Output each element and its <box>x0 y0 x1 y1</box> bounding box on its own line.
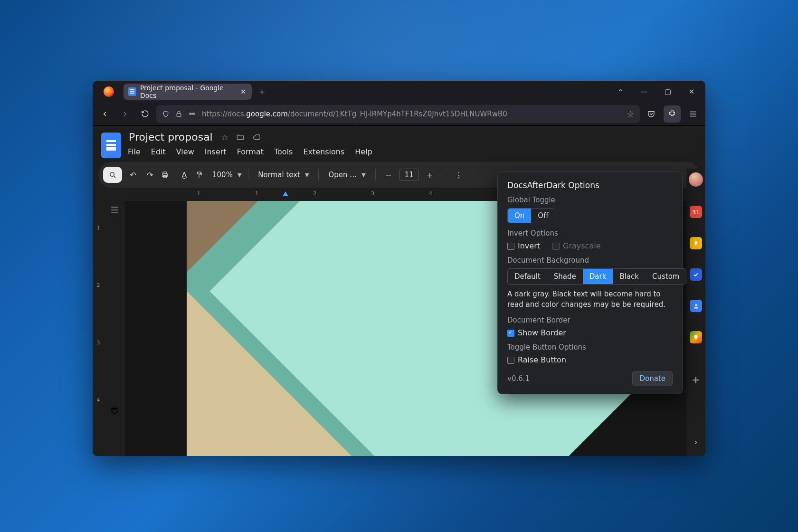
raise-button-checkbox[interactable]: Raise Button <box>507 355 566 364</box>
menu-edit[interactable]: Edit <box>151 147 166 156</box>
side-panel-collapse-icon[interactable]: › <box>694 437 697 446</box>
docs-app: Project proposal ☆ File Edit View Insert… <box>93 126 705 456</box>
permissions-icon <box>188 110 196 118</box>
redo-icon[interactable]: ↷ <box>144 171 156 180</box>
toolbar-more-icon[interactable]: ⋮ <box>453 171 465 180</box>
global-toggle-off[interactable]: Off <box>531 209 555 223</box>
print-icon[interactable] <box>161 171 173 179</box>
popup-title: DocsAfterDark Options <box>507 180 673 190</box>
paragraph-style-select[interactable]: Normal text▼ <box>255 171 312 179</box>
donate-button[interactable]: Donate <box>632 371 673 386</box>
menu-tools[interactable]: Tools <box>274 147 293 156</box>
tab-title: Project proposal - Google Docs <box>140 84 236 99</box>
spellcheck-icon[interactable]: A̱ <box>178 171 190 180</box>
menu-insert[interactable]: Insert <box>205 147 227 156</box>
menubar: File Edit View Insert Format Tools Exten… <box>128 147 697 156</box>
svg-point-12 <box>695 304 697 306</box>
window-maximize[interactable]: ▢ <box>657 84 679 100</box>
vruler-mark: 3 <box>97 340 100 346</box>
font-size-decrease[interactable]: − <box>382 171 395 180</box>
docs-logo-icon[interactable] <box>101 133 121 158</box>
menu-help[interactable]: Help <box>355 147 372 156</box>
window-close[interactable]: ✕ <box>681 84 703 100</box>
browser-window: Project proposal - Google Docs ✕ ＋ ⌄ — ▢… <box>93 81 705 456</box>
move-folder-icon[interactable] <box>236 133 245 142</box>
grayscale-checkbox[interactable]: Grayscale <box>552 241 600 250</box>
ruler-mark: 3 <box>371 190 429 201</box>
show-border-checkbox[interactable]: Show Border <box>507 328 566 337</box>
new-tab-button[interactable]: ＋ <box>254 84 270 100</box>
outline-gutter: ☰ 😎 <box>104 201 125 456</box>
svg-point-7 <box>110 172 114 176</box>
window-minimize[interactable]: — <box>633 84 655 100</box>
font-select[interactable]: Open …▼ <box>325 171 368 179</box>
zoom-select[interactable]: 100%▼ <box>212 171 241 179</box>
menu-extensions[interactable]: Extensions <box>303 147 344 156</box>
lock-icon <box>175 110 182 118</box>
bg-shade[interactable]: Shade <box>547 269 583 284</box>
svg-rect-11 <box>695 244 696 246</box>
browser-tab[interactable]: Project proposal - Google Docs ✕ <box>124 84 252 100</box>
nav-back-button[interactable] <box>96 105 114 123</box>
font-size-increase[interactable]: + <box>424 171 436 180</box>
calendar-icon[interactable]: 31 <box>690 206 702 218</box>
global-toggle-on[interactable]: On <box>508 209 531 223</box>
page-emoji-icon[interactable]: 😎 <box>110 405 119 415</box>
section-invert: Invert Options <box>507 229 673 238</box>
vruler-mark: 4 <box>97 397 100 403</box>
titlebar: Project proposal - Google Docs ✕ ＋ ⌄ — ▢… <box>93 81 705 102</box>
menu-format[interactable]: Format <box>237 147 264 156</box>
background-description: A dark gray. Black text will become hard… <box>507 289 673 310</box>
tabs-dropdown-button[interactable]: ⌄ <box>609 84 631 100</box>
vruler-mark: 1 <box>97 225 100 231</box>
app-menu-icon[interactable] <box>684 105 702 123</box>
contacts-icon[interactable] <box>690 300 702 312</box>
extensions-icon[interactable] <box>664 105 681 123</box>
font-size-input[interactable]: 11 <box>399 169 419 181</box>
menu-view[interactable]: View <box>176 147 194 156</box>
section-global-toggle: Global Toggle <box>507 196 673 204</box>
svg-rect-4 <box>690 111 696 112</box>
tab-close-button[interactable]: ✕ <box>239 88 247 95</box>
outline-toggle-icon[interactable]: ☰ <box>110 205 118 215</box>
section-border: Document Border <box>507 316 673 324</box>
bookmark-star-icon[interactable]: ☆ <box>627 109 634 119</box>
document-title[interactable]: Project proposal <box>128 130 214 144</box>
svg-rect-5 <box>690 114 696 114</box>
version-label: v0.6.1 <box>507 374 530 383</box>
nav-reload-button[interactable] <box>136 105 153 123</box>
tasks-icon[interactable] <box>690 268 702 281</box>
docs-favicon-icon <box>128 87 136 96</box>
url-field[interactable]: https://docs.google.com/document/d/1KtTg… <box>156 105 640 123</box>
shield-icon <box>162 110 170 118</box>
bg-default[interactable]: Default <box>508 269 547 284</box>
ruler-mark: 1 <box>197 190 255 201</box>
url-text: https://docs.google.com/document/d/1KtTg… <box>202 110 507 118</box>
firefox-logo <box>95 86 122 97</box>
cloud-status-icon[interactable] <box>252 133 262 142</box>
maps-icon[interactable] <box>690 331 702 343</box>
toolbar-search-button[interactable] <box>103 167 122 183</box>
vertical-ruler[interactable]: 1 2 3 4 <box>93 201 104 456</box>
side-panel: 31 + › <box>686 169 705 456</box>
menu-file[interactable]: File <box>128 147 141 156</box>
ruler-mark: 2 <box>313 190 371 201</box>
section-background: Document Background <box>507 256 673 265</box>
undo-icon[interactable]: ↶ <box>127 171 139 180</box>
keep-icon[interactable] <box>690 237 702 249</box>
global-toggle-segment: On Off <box>507 208 555 223</box>
bg-custom[interactable]: Custom <box>646 269 686 284</box>
extension-popup: DocsAfterDark Options Global Toggle On O… <box>497 171 683 394</box>
indent-marker-icon[interactable] <box>283 191 288 196</box>
pocket-icon[interactable] <box>643 105 660 123</box>
nav-forward-button[interactable] <box>116 105 133 123</box>
svg-rect-6 <box>690 115 696 116</box>
bg-dark[interactable]: Dark <box>583 269 613 284</box>
paint-format-icon[interactable] <box>195 171 208 179</box>
star-icon[interactable]: ☆ <box>221 133 228 142</box>
section-toggle-button: Toggle Button Options <box>507 343 673 352</box>
side-panel-add-button[interactable]: + <box>692 374 700 386</box>
bg-black[interactable]: Black <box>613 269 646 284</box>
account-avatar[interactable] <box>689 172 703 187</box>
invert-checkbox[interactable]: Invert <box>507 241 540 250</box>
